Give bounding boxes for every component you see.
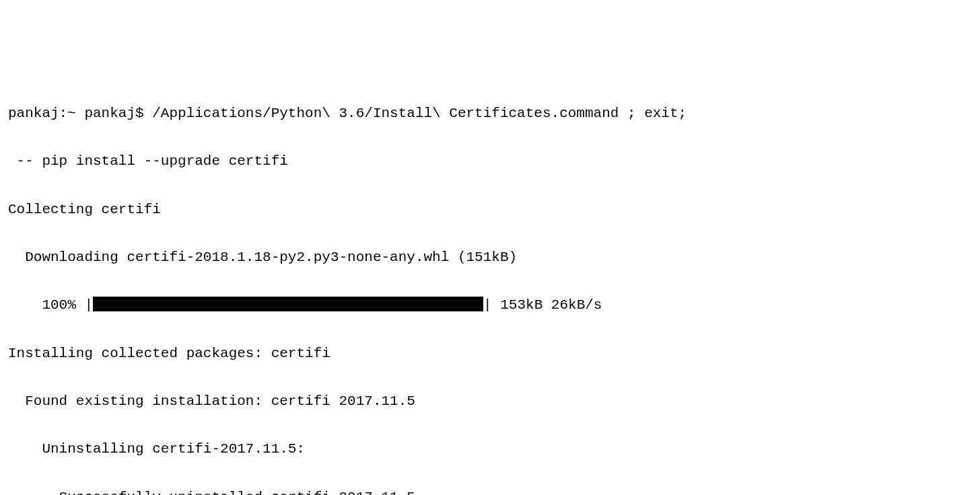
terminal-progress-line: 100% || 153kB 26kB/s xyxy=(8,293,972,317)
progress-bar-fill xyxy=(93,297,483,311)
terminal-output-line: Installing collected packages: certifi xyxy=(8,342,972,366)
terminal-output-line: Downloading certifi-2018.1.18-py2.py3-no… xyxy=(8,245,972,270)
terminal-output-line: Found existing installation: certifi 201… xyxy=(8,389,972,414)
progress-stats: | 153kB 26kB/s xyxy=(483,297,610,313)
terminal-output-line: Collecting certifi xyxy=(8,198,972,222)
terminal-prompt-line: pankaj:~ pankaj$ /Applications/Python\ 3… xyxy=(8,102,972,126)
terminal-output-line: Uninstalling certifi-2017.11.5: xyxy=(8,437,972,461)
progress-percent: 100% | xyxy=(8,297,93,313)
terminal-output-line: -- pip install --upgrade certifi xyxy=(8,149,972,174)
terminal-output-line: Successfully uninstalled certifi-2017.11… xyxy=(8,486,972,495)
